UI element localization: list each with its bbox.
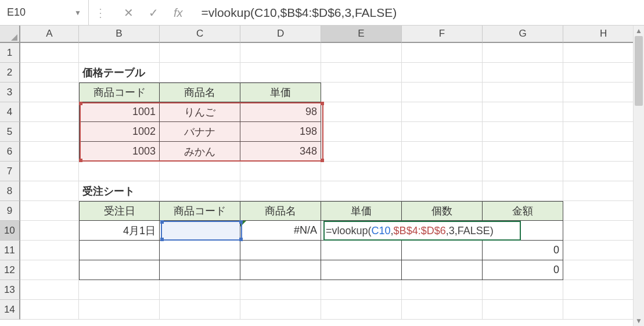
cell[interactable] xyxy=(160,260,240,280)
cell[interactable] xyxy=(79,43,160,63)
cell[interactable] xyxy=(20,221,79,241)
spreadsheet-grid[interactable]: A B C D E F G H 1 2 価格テーブル 3 商品コード 商品名 単… xyxy=(0,26,644,320)
cell[interactable]: 4月1日 xyxy=(79,221,160,241)
cell[interactable]: 0 xyxy=(483,241,563,260)
cell[interactable] xyxy=(160,280,240,300)
cell[interactable]: 金額 xyxy=(483,201,563,221)
cell[interactable] xyxy=(563,181,644,201)
cell[interactable] xyxy=(20,63,79,83)
cell[interactable] xyxy=(321,63,402,83)
cell[interactable] xyxy=(563,102,644,122)
cell[interactable] xyxy=(402,63,483,83)
cell[interactable] xyxy=(240,300,321,320)
cell[interactable]: 1001 xyxy=(79,102,160,122)
cell[interactable] xyxy=(20,83,79,102)
cell[interactable] xyxy=(563,142,644,162)
scroll-down-icon[interactable]: ▼ xyxy=(634,316,644,326)
cell[interactable] xyxy=(402,83,483,102)
cell[interactable] xyxy=(240,280,321,300)
cell[interactable] xyxy=(563,241,644,260)
col-header[interactable]: A xyxy=(20,26,79,43)
cell[interactable] xyxy=(402,260,483,280)
cell[interactable] xyxy=(240,260,321,280)
cell[interactable]: りんご xyxy=(160,102,240,122)
cell[interactable] xyxy=(563,63,644,83)
select-all-corner[interactable] xyxy=(0,26,20,43)
cell[interactable] xyxy=(20,260,79,280)
cell[interactable] xyxy=(160,221,240,241)
cell[interactable] xyxy=(321,102,402,122)
cell[interactable] xyxy=(20,241,79,260)
vertical-scrollbar[interactable]: ▲ ▼ xyxy=(633,26,644,326)
cell[interactable] xyxy=(79,260,160,280)
cell[interactable]: みかん xyxy=(160,142,240,162)
cell[interactable] xyxy=(402,122,483,142)
cell[interactable]: #N/A xyxy=(240,221,321,241)
col-header[interactable]: G xyxy=(483,26,563,43)
cell[interactable]: 198 xyxy=(240,122,321,142)
cell[interactable]: 単価 xyxy=(321,201,402,221)
enter-icon[interactable]: ✓ xyxy=(149,7,159,19)
cell[interactable] xyxy=(321,43,402,63)
cell[interactable] xyxy=(321,241,402,260)
cell[interactable] xyxy=(321,122,402,142)
cell[interactable] xyxy=(20,43,79,63)
col-header[interactable]: E xyxy=(321,26,402,43)
cell[interactable] xyxy=(563,221,644,241)
formula-input[interactable]: =vlookup(C10,$B$4:$D$6,3,FALSE) xyxy=(201,4,644,22)
cell[interactable] xyxy=(160,300,240,320)
cell[interactable]: 受注日 xyxy=(79,201,160,221)
row-header[interactable]: 8 xyxy=(0,181,20,201)
cell[interactable]: 商品名 xyxy=(160,83,240,102)
cell[interactable] xyxy=(79,241,160,260)
active-cell[interactable]: =vlookup(C10,$B$4:$D$6,3,FALSE) xyxy=(323,221,521,241)
col-header[interactable]: B xyxy=(79,26,160,43)
row-header[interactable]: 12 xyxy=(0,260,20,280)
row-header[interactable]: 4 xyxy=(0,102,20,122)
cell[interactable] xyxy=(20,102,79,122)
row-header[interactable]: 6 xyxy=(0,142,20,162)
cell[interactable] xyxy=(321,83,402,102)
cell[interactable] xyxy=(240,43,321,63)
cell[interactable]: 0 xyxy=(483,260,563,280)
cell[interactable]: 商品コード xyxy=(79,83,160,102)
cell[interactable] xyxy=(160,162,240,181)
row-header[interactable]: 7 xyxy=(0,162,20,181)
cell[interactable]: 1002 xyxy=(79,122,160,142)
cell[interactable] xyxy=(240,181,321,201)
cell[interactable] xyxy=(321,181,402,201)
cell[interactable]: バナナ xyxy=(160,122,240,142)
cell[interactable] xyxy=(20,280,79,300)
cell[interactable] xyxy=(240,241,321,260)
cell[interactable] xyxy=(20,122,79,142)
cell[interactable] xyxy=(20,181,79,201)
chevron-down-icon[interactable]: ▼ xyxy=(74,9,81,17)
cell[interactable] xyxy=(483,142,563,162)
cell[interactable] xyxy=(79,300,160,320)
cell[interactable]: 1003 xyxy=(79,142,160,162)
cell[interactable] xyxy=(240,63,321,83)
cell[interactable] xyxy=(483,181,563,201)
cell[interactable] xyxy=(160,43,240,63)
row-header[interactable]: 9 xyxy=(0,201,20,221)
cell[interactable]: 348 xyxy=(240,142,321,162)
cell[interactable] xyxy=(20,201,79,221)
cell[interactable] xyxy=(20,300,79,320)
cell[interactable] xyxy=(20,142,79,162)
row-header[interactable]: 13 xyxy=(0,280,20,300)
cell[interactable] xyxy=(483,162,563,181)
cell[interactable] xyxy=(563,43,644,63)
cell[interactable] xyxy=(402,300,483,320)
cell[interactable] xyxy=(402,241,483,260)
row-header[interactable]: 10 xyxy=(0,221,20,241)
cell[interactable] xyxy=(483,83,563,102)
cell[interactable]: 98 xyxy=(240,102,321,122)
cell[interactable] xyxy=(402,162,483,181)
cell[interactable] xyxy=(563,83,644,102)
col-header[interactable]: H xyxy=(563,26,644,43)
row-header[interactable]: 5 xyxy=(0,122,20,142)
row-header[interactable]: 11 xyxy=(0,241,20,260)
row-header[interactable]: 14 xyxy=(0,300,20,320)
cell[interactable] xyxy=(321,300,402,320)
cell[interactable] xyxy=(402,43,483,63)
